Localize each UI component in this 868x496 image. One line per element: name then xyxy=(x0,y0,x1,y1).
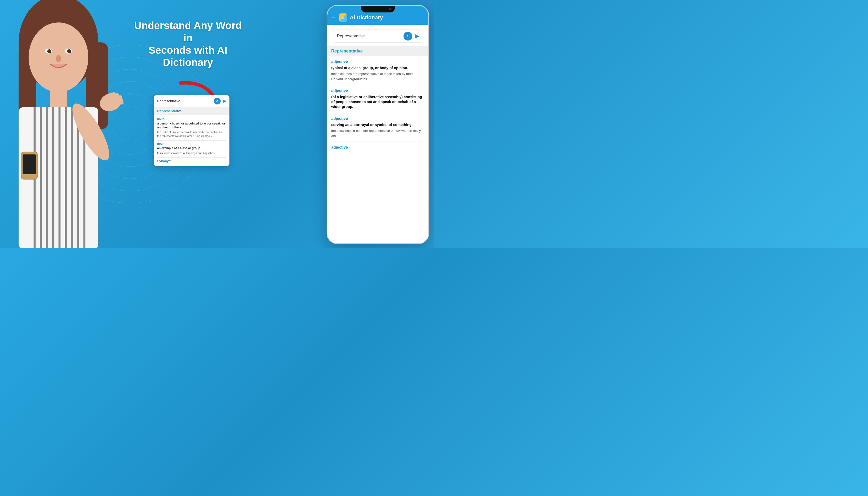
phone-divider-1 xyxy=(331,85,424,85)
svg-rect-15 xyxy=(52,107,54,248)
phone-pos-3: adjective xyxy=(331,117,424,121)
phone-example-1: these courses are representative of thos… xyxy=(331,72,424,81)
phone-def-1: typical of a class, group, or body of op… xyxy=(331,65,424,70)
small-search-text: Representative xyxy=(157,99,214,103)
phone-section-2: adjective (of a legislative or deliberat… xyxy=(331,89,424,109)
small-mic-button[interactable] xyxy=(214,98,221,105)
svg-rect-17 xyxy=(65,107,67,248)
phone-section-partial: adjective xyxy=(331,145,424,150)
phone-result-word: Representative xyxy=(327,46,429,56)
phone-search-text: Representative xyxy=(337,34,402,38)
phone-pos-1: adjective xyxy=(331,60,424,64)
small-pos-2: noun xyxy=(157,142,226,145)
app-icon: Ai xyxy=(339,13,347,22)
phone-section-1: adjective typical of a class, group, or … xyxy=(331,60,424,81)
small-card-search-bar: Representative ▶ xyxy=(154,95,230,107)
phone-mic-button[interactable] xyxy=(403,32,412,41)
svg-point-8 xyxy=(67,49,71,53)
phone-def-3: serving as a portrayal or symbol of some… xyxy=(331,122,424,127)
phone-pos-2: adjective xyxy=(331,89,424,93)
phone-notch xyxy=(361,5,395,13)
phone-divider-2 xyxy=(331,113,424,113)
svg-rect-28 xyxy=(23,154,36,174)
phone-back-button[interactable]: ← xyxy=(331,14,337,21)
svg-point-7 xyxy=(47,49,51,53)
svg-rect-14 xyxy=(46,107,48,248)
small-definition-card: Representative ▶ Representative noun a p… xyxy=(154,95,230,166)
small-example-2: fossil representatives of lampreys and h… xyxy=(157,151,226,155)
svg-rect-16 xyxy=(59,107,61,248)
phone-def-2: (of a legislative or deliberative assemb… xyxy=(331,94,424,109)
svg-rect-13 xyxy=(40,107,42,248)
svg-point-9 xyxy=(56,55,61,62)
app-title: Ai Dictionary xyxy=(350,14,383,21)
phone-section-3: adjective serving as a portrayal or symb… xyxy=(331,117,424,138)
small-search-icons: ▶ xyxy=(214,98,226,105)
phone-search-icons: ▶ xyxy=(403,32,419,41)
phone-send-button[interactable]: ▶ xyxy=(415,33,419,39)
small-synonym-label[interactable]: Synonym xyxy=(157,157,226,164)
phone-pos-partial: adjective xyxy=(331,145,424,150)
svg-rect-10 xyxy=(50,87,67,107)
phone-search-area: Representative ▶ xyxy=(327,25,429,46)
phone-search-bar[interactable]: Representative ▶ xyxy=(334,30,422,43)
svg-rect-18 xyxy=(71,107,73,248)
app-icon-letter: Ai xyxy=(342,16,345,19)
small-example-1: the Duke of Gloucester would attend the … xyxy=(157,130,226,138)
small-def-2: an example of a class or group. xyxy=(157,146,226,150)
small-result-word: Representative xyxy=(154,107,230,115)
small-send-button[interactable]: ▶ xyxy=(222,98,226,104)
phone-frame: ← Ai Ai Dictionary Representative ▶ Repr… xyxy=(327,5,429,244)
notch-camera xyxy=(389,8,391,10)
phone-body: adjective typical of a class, group, or … xyxy=(327,56,429,243)
small-def-1: a person chosen or appointed to act or s… xyxy=(157,122,226,129)
headline-text: Understand Any Word in Seconds with AI D… xyxy=(132,19,244,69)
small-pos-1: noun xyxy=(157,118,226,121)
person-photo xyxy=(0,0,127,248)
small-card-body: noun a person chosen or appointed to act… xyxy=(154,115,230,166)
phone-example-3: the show should be more representative o… xyxy=(331,128,424,138)
